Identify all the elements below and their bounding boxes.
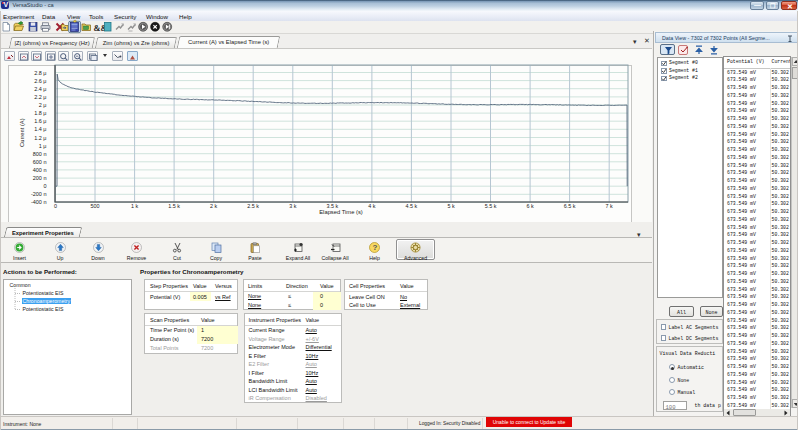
- svg-text:?: ?: [373, 243, 378, 252]
